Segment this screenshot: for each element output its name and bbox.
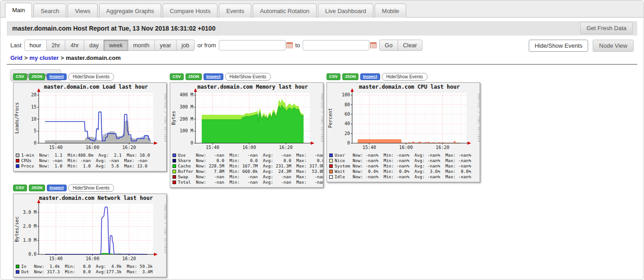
svg-text:100: 100: [342, 92, 350, 97]
legend-stats: CPUs Now: -nan Min: -nan Avg: -nan Max: …: [21, 158, 147, 163]
svg-text:16:20: 16:20: [122, 145, 136, 150]
or-from-label: or from: [197, 42, 216, 49]
inspect-badge[interactable]: Inspect: [47, 185, 67, 191]
legend-network: In Now: 1.4k Min: 0.0 Avg: 4.9k Max: 59.…: [14, 263, 166, 277]
hide-show-events-button[interactable]: Hide/Show Events: [529, 40, 588, 52]
tab-mobile[interactable]: Mobile: [375, 4, 406, 18]
svg-text:16:20: 16:20: [436, 145, 449, 150]
node-view-button[interactable]: Node View: [593, 40, 634, 52]
svg-text:16:00: 16:00: [399, 145, 413, 150]
chart-network[interactable]: 0.01.0 M2.0 M3.0 M15:4016:0016:20master.…: [14, 194, 166, 262]
clear-button[interactable]: Clear: [398, 40, 422, 51]
inspect-badge[interactable]: Inspect: [47, 73, 67, 80]
svg-text:RRDTOOL / TOBI OETIKER: RRDTOOL / TOBI OETIKER: [477, 94, 480, 142]
graph-block-network: CSVJSONInspectHide/Show Events0.01.0 M2.…: [13, 184, 167, 277]
legend-stats: Share Now: 0.0 Min: 0.0 Avg: 0.0 Max: 0.…: [178, 158, 323, 163]
from-date-input[interactable]: [219, 40, 286, 50]
go-button[interactable]: Go: [379, 40, 398, 51]
graph-panel-load[interactable]: 0510152015:4016:0016:20master.domain.com…: [13, 82, 167, 172]
inspect-badge[interactable]: Inspect: [360, 73, 380, 80]
legend-swatch: [16, 270, 19, 274]
range-4hr[interactable]: 4hr: [65, 40, 84, 51]
legend-row: Procs Now: 1.0 Min: 1.0 Avg: 5.6 Max: 13…: [16, 163, 166, 169]
chart-cpu[interactable]: 02040608010015:4016:0016:20master.domain…: [327, 83, 480, 150]
svg-text:15:40: 15:40: [206, 145, 219, 150]
legend-stats: Idle Now: -nan% Min: -nan% Avg: -nan% Ma…: [335, 174, 471, 180]
calendar-icon[interactable]: [286, 42, 293, 48]
tab-live-dashboard[interactable]: Live Dashboard: [318, 4, 373, 18]
legend-stats: User Now: -nan% Min: -nan% Avg: -nan% Ma…: [335, 153, 471, 158]
range-job[interactable]: job: [176, 40, 195, 51]
tab-aggregate-graphs[interactable]: Aggregate Graphs: [99, 4, 161, 18]
range-day[interactable]: day: [84, 40, 104, 51]
chart-load[interactable]: 0510152015:4016:0016:20master.domain.com…: [14, 83, 166, 150]
legend-swatch: [172, 159, 176, 163]
tab-events[interactable]: Events: [219, 4, 251, 18]
breadcrumb-my-cluster[interactable]: my cluster: [29, 54, 59, 61]
legend-swatch: [172, 164, 176, 168]
chart-memory[interactable]: 0100 M200 M300 M400 M15:4016:0016:20mast…: [170, 83, 323, 150]
legend-memory: Use Now: -nan Min: -nan Avg: -nan Max: -…: [170, 152, 323, 187]
from-date-wrap: [219, 40, 293, 50]
tab-views[interactable]: Views: [68, 4, 97, 18]
legend-swatch: [16, 265, 19, 268]
tab-main[interactable]: Main: [5, 3, 32, 18]
legend-row: CPUs Now: -nan Min: -nan Avg: -nan Max: …: [16, 158, 166, 163]
graph-events-button[interactable]: Hide/Show Events: [68, 184, 114, 192]
json-badge[interactable]: JSON: [29, 185, 45, 191]
svg-text:0.0: 0.0: [28, 252, 36, 257]
graph-block-memory: CSVJSONInspectHide/Show Events0100 M200 …: [170, 73, 323, 188]
svg-text:400 M: 400 M: [180, 92, 193, 97]
graph-toolbar-memory: CSVJSONInspectHide/Show Events: [170, 73, 323, 81]
graph-events-button[interactable]: Hide/Show Events: [382, 73, 428, 81]
legend-load: 1-min Now: 1.1 Min:400.0m Avg: 2.1 Max: …: [14, 152, 166, 171]
main-tab-bar: MainSearchViewsAggregate GraphsCompare H…: [0, 0, 644, 18]
calendar-icon[interactable]: [370, 42, 376, 48]
legend-row: 1-min Now: 1.1 Min:400.0m Avg: 2.1 Max: …: [16, 153, 166, 158]
legend-stats: Total Now: -nan Min: -nan Avg: -nan Max:…: [178, 180, 323, 185]
legend-swatch: [329, 164, 333, 168]
graph-events-button[interactable]: Hide/Show Events: [68, 73, 114, 81]
svg-text:15:40: 15:40: [363, 145, 376, 150]
svg-text:15:40: 15:40: [49, 145, 63, 150]
csv-badge[interactable]: CSV: [13, 185, 27, 191]
legend-row: Cache Now: 228.5M Min: 167.7M Avg: 231.3…: [172, 163, 323, 169]
json-badge[interactable]: JSON: [29, 73, 45, 80]
to-label: to: [295, 42, 300, 49]
svg-text:master.domain.com Load last ho: master.domain.com Load last hour: [44, 84, 148, 90]
legend-stats: Procs Now: 1.0 Min: 1.0 Avg: 5.6 Max: 13…: [21, 163, 147, 169]
range-month[interactable]: month: [128, 40, 155, 51]
graph-events-button[interactable]: Hide/Show Events: [225, 73, 271, 81]
legend-swatch: [16, 154, 19, 157]
svg-text:16:00: 16:00: [242, 145, 256, 150]
range-2hr[interactable]: 2hr: [46, 40, 66, 51]
range-year[interactable]: year: [154, 40, 177, 51]
legend-swatch: [172, 170, 176, 173]
tab-search[interactable]: Search: [33, 4, 66, 18]
graph-panel-memory[interactable]: 0100 M200 M300 M400 M15:4016:0016:20mast…: [170, 82, 323, 188]
legend-swatch: [172, 154, 176, 157]
legend-row: Buffer Now: 7.8M Min: 660.0k Avg: 24.3M …: [172, 169, 323, 174]
to-date-input[interactable]: [303, 40, 369, 50]
svg-text:master.domain.com Network last: master.domain.com Network last hour: [39, 195, 153, 201]
json-badge[interactable]: JSON: [342, 73, 359, 80]
inspect-badge[interactable]: Inspect: [204, 73, 223, 80]
tab-compare-hosts[interactable]: Compare Hosts: [163, 4, 218, 18]
legend-stats: Cache Now: 228.5M Min: 167.7M Avg: 231.3…: [178, 163, 323, 169]
json-badge[interactable]: JSON: [186, 73, 202, 80]
range-week[interactable]: week: [104, 40, 128, 51]
divider: [7, 64, 637, 65]
tab-automatic-rotation[interactable]: Automatic Rotation: [253, 4, 317, 18]
csv-badge[interactable]: CSV: [13, 73, 27, 80]
csv-badge[interactable]: CSV: [327, 73, 340, 80]
breadcrumb-separator: >: [59, 54, 66, 61]
svg-text:0: 0: [190, 140, 193, 145]
get-fresh-data-button[interactable]: Get Fresh Data: [580, 22, 633, 34]
range-hour[interactable]: hour: [24, 40, 47, 51]
csv-badge[interactable]: CSV: [170, 73, 184, 80]
graph-panel-network[interactable]: 0.01.0 M2.0 M3.0 M15:4016:0016:20master.…: [13, 194, 167, 277]
svg-text:2.0 M: 2.0 M: [23, 224, 36, 229]
breadcrumb-separator: >: [23, 54, 30, 61]
graph-panel-cpu[interactable]: 02040608010015:4016:0016:20master.domain…: [327, 82, 480, 182]
breadcrumb-grid[interactable]: Grid: [10, 54, 23, 61]
